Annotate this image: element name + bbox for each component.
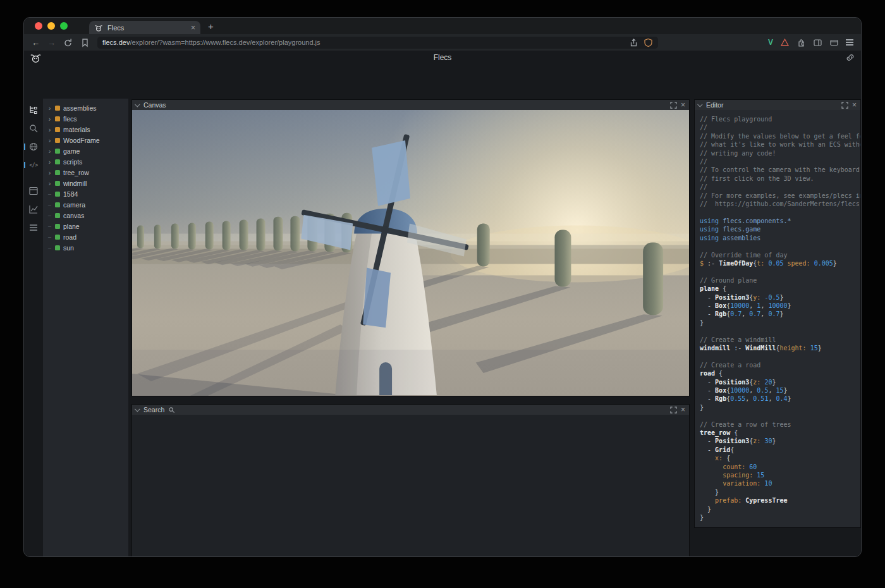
screen: Flecs × + ← → flecs.dev/explorer/?wasm=h… xyxy=(0,0,885,588)
canvas-3d-scene xyxy=(132,110,689,396)
canvas-3d-view[interactable] xyxy=(132,110,689,396)
chevron-right-icon[interactable]: › xyxy=(47,126,52,133)
tree-item-flecs[interactable]: ›flecs xyxy=(43,113,128,124)
tree-item-canvas[interactable]: ‒canvas xyxy=(43,210,128,221)
chevron-right-icon[interactable]: › xyxy=(47,137,52,144)
code-area[interactable]: // Flecs playground//// Modify the value… xyxy=(695,110,860,527)
rewards-icon[interactable] xyxy=(780,38,790,47)
tree-item-tree_row[interactable]: ›tree_row xyxy=(43,167,128,178)
wallet-icon[interactable] xyxy=(829,38,839,47)
collapse-chevron-icon[interactable] xyxy=(135,102,140,107)
fullscreen-icon[interactable] xyxy=(670,407,677,413)
canvas-panel-header[interactable]: Canvas × xyxy=(132,100,689,111)
code-line xyxy=(700,412,860,420)
tree-item-sun[interactable]: ‒sun xyxy=(43,242,128,253)
reload-icon[interactable] xyxy=(63,38,73,47)
fullscreen-icon[interactable] xyxy=(670,102,677,109)
stats-icon[interactable] xyxy=(28,223,39,233)
close-window-button[interactable] xyxy=(35,22,42,30)
forward-icon: → xyxy=(47,39,56,47)
module-square-icon xyxy=(55,127,60,132)
leaf-dash-icon: ‒ xyxy=(47,191,52,197)
split-view-icon[interactable] xyxy=(813,38,822,47)
tree-item-label: materials xyxy=(63,126,90,133)
minimize-window-button[interactable] xyxy=(47,22,55,30)
entity-tree-icon[interactable] xyxy=(28,105,39,115)
tab-close-icon[interactable]: × xyxy=(191,23,195,32)
shield-icon[interactable] xyxy=(644,38,653,47)
code-line: spacing: 15 xyxy=(700,471,860,479)
editor-panel-header[interactable]: Editor × xyxy=(695,100,860,111)
entity-square-icon xyxy=(55,224,60,229)
chevron-right-icon[interactable]: › xyxy=(47,104,52,112)
tree-item-camera[interactable]: ‒camera xyxy=(43,199,128,210)
url-bar[interactable]: flecs.dev/explorer/?wasm=https://www.fle… xyxy=(97,37,658,49)
bookmark-icon[interactable] xyxy=(80,38,90,47)
code-line: } xyxy=(700,513,860,522)
share-link-icon[interactable] xyxy=(846,53,855,62)
entity-tree: ›assemblies›flecs›materials›WoodFrame›ga… xyxy=(43,99,128,556)
chevron-right-icon[interactable]: › xyxy=(47,147,52,155)
search-panel-header[interactable]: Search × xyxy=(132,405,689,415)
tree-item-1584[interactable]: ‒1584 xyxy=(43,188,128,199)
new-tab-button[interactable]: + xyxy=(208,21,214,31)
collapse-chevron-icon[interactable] xyxy=(135,407,140,412)
code-line: - Rgb{0.7, 0.7, 0.7} xyxy=(700,310,860,318)
toolbar-right-icons: V xyxy=(768,38,853,47)
tree-item-label: canvas xyxy=(63,212,84,219)
tree-item-label: flecs xyxy=(63,115,77,123)
chevron-right-icon[interactable]: › xyxy=(47,180,52,187)
extensions-icon[interactable] xyxy=(796,38,806,47)
close-panel-icon[interactable]: × xyxy=(852,101,857,109)
inspector-icon[interactable] xyxy=(28,186,39,196)
tree-item-WoodFrame[interactable]: ›WoodFrame xyxy=(43,135,128,145)
tree-item-materials[interactable]: ›materials xyxy=(43,124,128,135)
tree-item-label: tree_row xyxy=(63,169,89,176)
search-results-area[interactable] xyxy=(132,415,689,557)
collapse-chevron-icon[interactable] xyxy=(697,102,702,107)
tree-item-windmill[interactable]: ›windmill xyxy=(43,178,128,188)
back-icon[interactable]: ← xyxy=(32,39,40,47)
search-magnifier-icon[interactable] xyxy=(168,407,175,413)
tree-item-road[interactable]: ‒road xyxy=(43,231,128,242)
zoom-window-button[interactable] xyxy=(60,22,68,30)
code-line: // xyxy=(700,183,860,191)
editor-panel-title: Editor xyxy=(706,101,723,109)
code-icon[interactable]: </> xyxy=(28,160,39,170)
tree-item-scripts[interactable]: ›scripts xyxy=(43,156,128,167)
code-line: - Box{10000, 1, 10000} xyxy=(700,302,860,310)
share-icon[interactable] xyxy=(629,38,638,47)
chevron-right-icon[interactable]: › xyxy=(47,158,52,166)
code-line: - Position3{y: -0.5} xyxy=(700,293,860,302)
flecs-favicon xyxy=(94,23,103,32)
fullscreen-icon[interactable] xyxy=(841,102,848,109)
close-panel-icon[interactable]: × xyxy=(681,101,685,109)
leaf-dash-icon: ‒ xyxy=(47,202,52,208)
menu-icon[interactable] xyxy=(846,39,853,45)
tree-item-plane[interactable]: ‒plane xyxy=(43,221,128,231)
tree-item-game[interactable]: ›game xyxy=(43,145,128,156)
code-line: - Rgb{0.55, 0.51, 0.4} xyxy=(700,395,860,403)
leaf-dash-icon: ‒ xyxy=(47,234,52,240)
code-line: using flecs.components.* xyxy=(700,217,860,225)
tab-flecs[interactable]: Flecs × xyxy=(89,21,200,34)
world-icon[interactable] xyxy=(28,142,39,152)
chevron-right-icon[interactable]: › xyxy=(47,169,52,176)
entity-square-icon xyxy=(55,170,60,175)
entity-square-icon xyxy=(55,235,60,240)
browser-toolbar: ← → flecs.dev/explorer/?wasm=https://www… xyxy=(24,34,861,51)
chart-icon[interactable] xyxy=(28,204,39,214)
search-icon[interactable] xyxy=(28,123,39,133)
tree-item-label: assemblies xyxy=(63,104,97,112)
code-line: // Flecs playground xyxy=(700,115,860,123)
code-line: prefab: CypressTree xyxy=(700,496,860,505)
search-panel-title: Search xyxy=(143,406,164,413)
chevron-right-icon[interactable]: › xyxy=(47,115,52,123)
entity-square-icon xyxy=(55,192,60,197)
tree-item-assemblies[interactable]: ›assemblies xyxy=(43,102,128,113)
code-line: - Grid{ xyxy=(700,446,860,454)
vpn-v-icon[interactable]: V xyxy=(768,38,773,47)
close-panel-icon[interactable]: × xyxy=(681,406,685,413)
tree-item-label: WoodFrame xyxy=(63,137,100,144)
tab-title: Flecs xyxy=(107,24,186,32)
